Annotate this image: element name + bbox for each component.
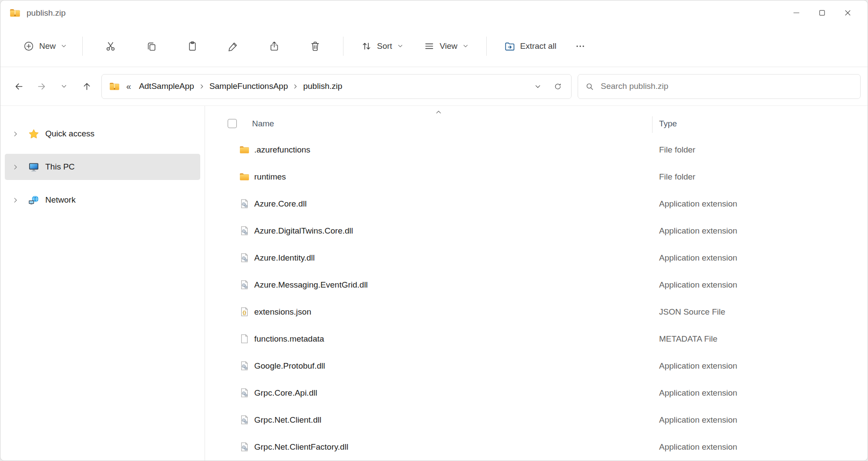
sidebar-item-label: This PC (45, 162, 75, 172)
recent-locations-button[interactable] (53, 75, 75, 98)
sort-icon (361, 41, 372, 52)
file-type-icon (239, 360, 250, 371)
extract-all-label: Extract all (520, 41, 556, 51)
view-icon (424, 41, 435, 52)
toolbar-divider (486, 37, 487, 56)
new-button-label: New (39, 41, 56, 51)
delete-button[interactable] (301, 33, 329, 59)
column-header-type[interactable]: Type (659, 119, 677, 129)
file-type: Application extension (659, 361, 737, 371)
chevron-down-icon (61, 43, 67, 49)
file-type: JSON Source File (659, 307, 725, 317)
sidebar-item-this-pc[interactable]: This PC (5, 154, 200, 180)
file-list: Name Type .azurefunctions File folder ru… (205, 106, 868, 461)
minimize-button[interactable] (784, 0, 809, 25)
file-type-icon (239, 306, 250, 317)
view-button[interactable]: View (416, 33, 476, 59)
search-input[interactable] (600, 81, 853, 92)
sidebar-item-label: Quick access (45, 129, 94, 139)
file-name: Grpc.Core.Api.dll (254, 388, 317, 398)
file-row[interactable]: extensions.json JSON Source File (205, 298, 868, 325)
minimize-icon (792, 8, 801, 17)
share-button[interactable] (260, 33, 288, 59)
command-bar: New Sort View Extract all (0, 25, 868, 67)
file-row[interactable]: functions.metadata METADATA File (205, 325, 868, 353)
maximize-button[interactable] (809, 0, 835, 25)
file-name: .azurefunctions (254, 145, 310, 155)
back-button[interactable] (7, 75, 30, 98)
file-row[interactable]: Grpc.Net.ClientFactory.dll Application e… (205, 434, 868, 461)
extract-all-button[interactable]: Extract all (497, 33, 564, 59)
forward-button[interactable] (30, 75, 53, 98)
chevron-down-icon (397, 43, 404, 49)
sort-button[interactable]: Sort (353, 33, 411, 59)
file-name: Azure.DigitalTwins.Core.dll (254, 226, 353, 236)
title-bar: publish.zip (0, 0, 868, 25)
chevron-right-icon[interactable] (12, 197, 19, 204)
chevron-down-icon (61, 83, 67, 90)
file-name: Grpc.Net.ClientFactory.dll (254, 442, 348, 452)
breadcrumb-overflow[interactable]: « (126, 81, 131, 92)
address-dropdown-button[interactable] (528, 76, 548, 96)
file-name: Azure.Messaging.EventGrid.dll (254, 280, 368, 290)
zip-folder-icon (109, 81, 120, 92)
file-name: Azure.Core.dll (254, 199, 306, 209)
file-row[interactable]: Grpc.Net.Client.dll Application extensio… (205, 407, 868, 434)
column-divider[interactable] (652, 116, 653, 133)
file-row[interactable]: runtimes File folder (205, 163, 868, 190)
select-all-checkbox[interactable] (228, 119, 237, 128)
refresh-button[interactable] (548, 76, 568, 96)
navigation-bar: « AdtSampleApp SampleFunctionsApp publis… (0, 67, 868, 106)
rename-button[interactable] (219, 33, 247, 59)
file-type-icon (239, 279, 250, 290)
file-row[interactable]: .azurefunctions File folder (205, 136, 868, 163)
file-type-icon (239, 225, 250, 236)
window-controls (784, 0, 868, 25)
column-header-name[interactable]: Name (252, 119, 274, 129)
list-header: Name Type (205, 106, 868, 136)
up-button[interactable] (75, 75, 98, 98)
maximize-icon (818, 8, 827, 17)
file-row[interactable]: Grpc.Core.Api.dll Application extension (205, 380, 868, 407)
file-name: runtimes (254, 172, 286, 182)
chevron-right-icon[interactable] (12, 130, 19, 138)
view-button-label: View (440, 41, 458, 51)
file-row[interactable]: Azure.Identity.dll Application extension (205, 244, 868, 271)
plus-circle-icon (23, 41, 34, 52)
breadcrumb-segment[interactable]: SampleFunctionsApp (205, 78, 293, 94)
search-box[interactable] (578, 74, 861, 99)
this-pc-icon (28, 161, 40, 173)
cut-button[interactable] (97, 33, 124, 59)
more-options-button[interactable] (566, 33, 594, 59)
chevron-right-icon[interactable] (12, 163, 19, 171)
cut-icon (105, 41, 116, 52)
file-type: Application extension (659, 442, 737, 452)
navigation-pane: Quick access This PC Network (0, 106, 205, 461)
new-button[interactable]: New (15, 33, 75, 59)
sidebar-item-network[interactable]: Network (5, 187, 200, 213)
breadcrumb-segment[interactable]: publish.zip (299, 78, 347, 94)
sort-button-label: Sort (377, 41, 392, 51)
chevron-right-icon (292, 83, 299, 90)
address-bar[interactable]: « AdtSampleApp SampleFunctionsApp publis… (101, 74, 572, 99)
file-row[interactable]: Azure.DigitalTwins.Core.dll Application … (205, 217, 868, 244)
file-type-icon (239, 333, 250, 344)
file-row[interactable]: Azure.Core.dll Application extension (205, 190, 868, 217)
file-type: METADATA File (659, 334, 717, 344)
file-row[interactable]: Azure.Messaging.EventGrid.dll Applicatio… (205, 271, 868, 298)
sidebar-item-quick-access[interactable]: Quick access (5, 121, 200, 147)
file-type-icon (239, 171, 250, 182)
close-button[interactable] (835, 0, 861, 25)
arrow-right-icon (37, 81, 47, 92)
file-type-icon (239, 387, 250, 398)
breadcrumb-segment[interactable]: AdtSampleApp (135, 78, 198, 94)
file-type: Application extension (659, 388, 737, 398)
paste-button[interactable] (178, 33, 206, 59)
file-type: Application extension (659, 415, 737, 425)
file-rows: .azurefunctions File folder runtimes Fil… (205, 136, 868, 461)
copy-button[interactable] (138, 33, 165, 59)
file-row[interactable]: Google.Protobuf.dll Application extensio… (205, 353, 868, 380)
sidebar-item-label: Network (45, 195, 76, 205)
delete-icon (310, 41, 321, 52)
file-type: File folder (659, 145, 695, 155)
